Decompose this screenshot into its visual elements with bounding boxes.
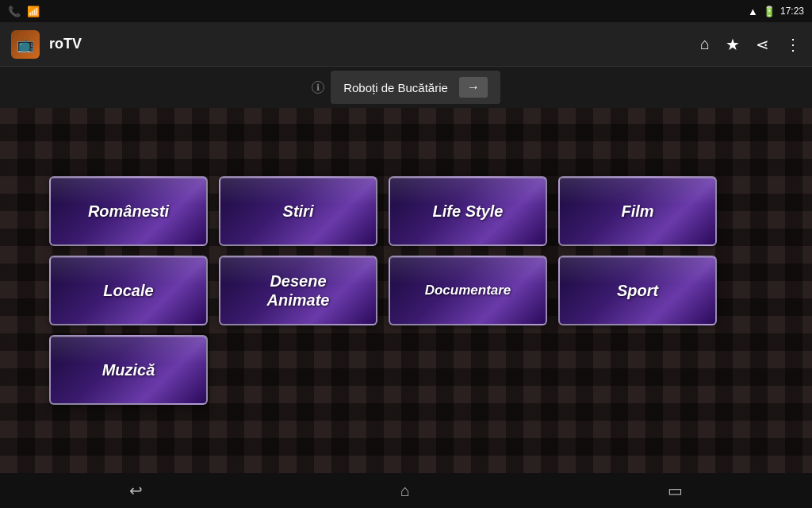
- category-film-label: Film: [621, 202, 653, 221]
- time-display: 17:23: [780, 6, 804, 17]
- bottom-nav: ↩ ⌂ ▭: [0, 473, 812, 508]
- app-title: roTV: [49, 36, 700, 52]
- category-romanesti[interactable]: Românesti: [49, 176, 208, 246]
- category-sport[interactable]: Sport: [558, 256, 717, 325]
- more-action-icon[interactable]: ⋮: [785, 35, 801, 54]
- category-muzica-label: Muzică: [102, 360, 155, 379]
- app-bar: 📺 roTV ⌂ ★ ⋖ ⋮: [0, 22, 812, 67]
- status-left: 📞 📶: [8, 6, 40, 17]
- category-film[interactable]: Film: [558, 176, 717, 246]
- category-lifestyle[interactable]: Life Style: [389, 176, 547, 246]
- home-action-icon[interactable]: ⌂: [700, 35, 710, 53]
- home-nav-button[interactable]: ⌂: [385, 477, 426, 505]
- category-documentare[interactable]: Documentare: [389, 256, 547, 325]
- status-bar: 📞 📶 ▲ 🔋 17:23: [0, 0, 812, 22]
- category-romanesti-label: Românesti: [88, 202, 169, 221]
- category-row-2: Locale Desene Animate Documentare Sport: [49, 256, 763, 325]
- main-content: Românesti Stiri Life Style Film Locale D…: [0, 108, 812, 473]
- banner-info-icon: ℹ: [312, 81, 324, 94]
- share-action-icon[interactable]: ⋖: [756, 35, 769, 54]
- app-actions: ⌂ ★ ⋖ ⋮: [700, 35, 801, 54]
- category-muzica[interactable]: Muzică: [49, 335, 208, 405]
- wifi-icon: ▲: [748, 6, 758, 17]
- banner-arrow-button[interactable]: →: [459, 77, 488, 98]
- category-sport-label: Sport: [617, 281, 658, 300]
- banner-text: Roboți de Bucătărie: [343, 81, 448, 94]
- category-stiri[interactable]: Stiri: [219, 176, 377, 246]
- star-action-icon[interactable]: ★: [726, 35, 740, 54]
- status-right: ▲ 🔋 17:23: [748, 6, 804, 17]
- category-row-3: Muzică: [49, 335, 763, 405]
- battery-icon: 🔋: [763, 6, 776, 17]
- category-desene-animate[interactable]: Desene Animate: [219, 256, 377, 325]
- banner-text-box: Roboți de Bucătărie →: [331, 71, 500, 104]
- banner-area: ℹ Roboți de Bucătărie →: [0, 67, 812, 108]
- category-locale[interactable]: Locale: [49, 256, 208, 325]
- back-nav-button[interactable]: ↩: [113, 476, 159, 505]
- app-icon: 📺: [11, 30, 40, 59]
- category-row-1: Românesti Stiri Life Style Film: [49, 176, 763, 246]
- recent-nav-button[interactable]: ▭: [652, 476, 699, 505]
- category-locale-label: Locale: [103, 281, 153, 300]
- category-stiri-label: Stiri: [283, 202, 314, 221]
- category-desene-animate-label: Desene Animate: [267, 271, 330, 310]
- category-documentare-label: Documentare: [425, 283, 511, 298]
- signal-icon: 📶: [27, 6, 40, 17]
- category-lifestyle-label: Life Style: [433, 202, 504, 221]
- phone-icon: 📞: [8, 6, 21, 17]
